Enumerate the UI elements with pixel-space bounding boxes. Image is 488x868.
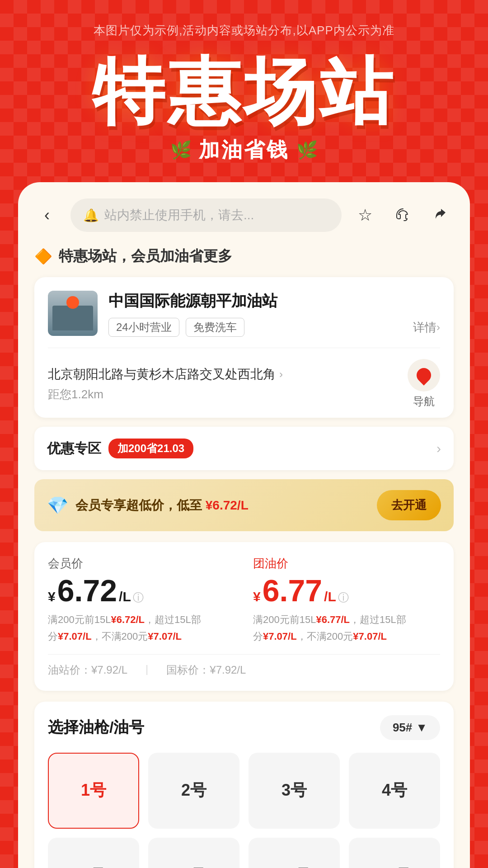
divider: |	[145, 663, 148, 677]
promo-badge-row: 🔶 特惠场站，会员加油省更多	[34, 246, 454, 266]
member-price-symbol: ¥	[48, 589, 56, 604]
group-price-unit: /L	[324, 589, 336, 604]
member-cta-button[interactable]: 去开通	[377, 490, 441, 520]
pricing-note: 油站价：¥7.92/L | 国标价：¥7.92/L	[48, 654, 440, 677]
group-info-icon[interactable]: ⓘ	[338, 590, 349, 605]
icon-row: ☆	[352, 203, 454, 228]
hero-title: 特惠场站	[0, 52, 488, 132]
star-button[interactable]: ☆	[352, 203, 378, 228]
member-price-unit: /L	[119, 589, 131, 604]
detail-label: 详情	[413, 320, 436, 335]
station-info: 中国国际能源朝平加油站 24小时营业 免费洗车 详情 ›	[108, 291, 440, 337]
discount-chevron-icon: ›	[436, 441, 441, 456]
group-price-col: 团油价 ¥ 6.77 /L ⓘ 满200元前15L¥6.77/L，超过15L部分…	[253, 556, 440, 645]
discount-left: 优惠专区 加200省21.03	[47, 439, 193, 458]
station-header: 中国国际能源朝平加油站 24小时营业 免费洗车 详情 ›	[48, 291, 440, 348]
search-placeholder: 站内禁止使用手机，请去...	[104, 207, 254, 224]
headset-button[interactable]	[390, 203, 416, 228]
gun-item-18[interactable]: 18号	[349, 838, 440, 868]
member-banner-price: ¥6.72/L	[206, 498, 249, 512]
share-button[interactable]	[428, 203, 454, 228]
pricing-section: 会员价 ¥ 6.72 /L ⓘ 满200元前15L¥6.72/L，超过15L部分…	[34, 542, 454, 691]
member-banner-left: 💎 会员专享超低价，低至 ¥6.72/L	[47, 495, 249, 515]
pricing-row: 会员价 ¥ 6.72 /L ⓘ 满200元前15L¥6.72/L，超过15L部分…	[48, 556, 440, 645]
gun-item-6[interactable]: 6号	[148, 838, 239, 868]
tag-hours: 24小时营业	[108, 318, 179, 337]
hero-subtitle: 🌿 加油省钱 🌿	[0, 136, 488, 164]
member-price-detail: 满200元前15L¥6.72/L，超过15L部分¥7.07/L，不满200元¥7…	[48, 611, 235, 645]
member-price-value: 6.72	[57, 575, 117, 606]
tag-wash: 免费洗车	[186, 318, 244, 337]
national-price-note: 国标价：¥7.92/L	[166, 663, 246, 677]
page-wrapper: 本图片仅为示例,活动内容或场站分布,以APP内公示为准 特惠场站 🌿 加油省钱 …	[0, 0, 488, 868]
gun-item-3[interactable]: 3号	[249, 753, 340, 829]
station-thumb-inner	[48, 291, 98, 336]
member-price-type: 会员价	[48, 556, 235, 571]
group-price-main: ¥ 6.77 /L ⓘ	[253, 575, 440, 606]
gun-item-1[interactable]: 1号	[48, 753, 139, 829]
station-price-note: 油站价：¥7.92/L	[48, 663, 127, 677]
member-banner-text: 会员专享超低价，低至 ¥6.72/L	[75, 497, 249, 514]
main-card: ‹ 🔔 站内禁止使用手机，请去... ☆	[18, 182, 470, 868]
map-pin-icon	[413, 365, 434, 385]
disclaimer-text: 本图片仅为示例,活动内容或场站分布,以APP内公示为准	[94, 24, 394, 37]
group-price-detail: 满200元前15L¥6.77/L，超过15L部分¥7.07/L，不满200元¥7…	[253, 611, 440, 645]
distance-text: 距您1.2km	[48, 387, 283, 402]
group-price-type: 团油价	[253, 556, 440, 571]
top-disclaimer: 本图片仅为示例,活动内容或场站分布,以APP内公示为准	[0, 0, 488, 38]
nav-label: 导航	[413, 394, 435, 409]
leaf-right-icon: 🌿	[296, 140, 318, 160]
station-detail-button[interactable]: 详情 ›	[413, 320, 440, 335]
group-price-value: 6.77	[263, 575, 322, 606]
member-banner: 💎 会员专享超低价，低至 ¥6.72/L 去开通	[34, 479, 454, 531]
discount-zone[interactable]: 优惠专区 加200省21.03 ›	[34, 427, 454, 470]
member-price-main: ¥ 6.72 /L ⓘ	[48, 575, 235, 606]
address-value: 北京朝阳北路与黄杉木店路交叉处西北角	[48, 366, 276, 383]
chevron-right-icon: ›	[436, 321, 440, 334]
promo-badge-text: 特惠场站，会员加油省更多	[59, 246, 232, 266]
address-row: 北京朝阳北路与黄杉木店路交叉处西北角 › 距您1.2km 导航	[48, 348, 440, 418]
fuel-type-label: 95#	[393, 721, 412, 735]
diamond-icon: 💎	[47, 495, 68, 515]
heart-diamond-icon: 🔶	[34, 248, 52, 265]
gun-header: 选择油枪/油号 95# ▼	[48, 715, 440, 740]
gun-selector: 选择油枪/油号 95# ▼ 1号 2号 3号 4号 5号 6号 17号 18号	[34, 702, 454, 868]
gun-item-5[interactable]: 5号	[48, 838, 139, 868]
member-text-label: 会员专享超低价，低至	[75, 498, 202, 512]
address-text[interactable]: 北京朝阳北路与黄杉木店路交叉处西北角 ›	[48, 366, 283, 383]
station-card: 中国国际能源朝平加油站 24小时营业 免费洗车 详情 ›	[34, 277, 454, 418]
hero-section: 特惠场站 🌿 加油省钱 🌿	[0, 38, 488, 182]
search-bar[interactable]: 🔔 站内禁止使用手机，请去...	[70, 198, 342, 232]
nav-button[interactable]: 导航	[408, 359, 440, 409]
chevron-down-icon: ▼	[416, 721, 427, 735]
fuel-type-button[interactable]: 95# ▼	[380, 715, 440, 740]
nav-icon	[408, 359, 440, 392]
gun-title: 选择油枪/油号	[48, 717, 144, 738]
address-left: 北京朝阳北路与黄杉木店路交叉处西北角 › 距您1.2km	[48, 366, 283, 402]
member-info-icon[interactable]: ⓘ	[133, 590, 144, 605]
leaf-left-icon: 🌿	[170, 140, 192, 160]
station-thumbnail	[48, 291, 98, 336]
gun-grid: 1号 2号 3号 4号 5号 6号 17号 18号	[48, 753, 440, 868]
gun-item-2[interactable]: 2号	[148, 753, 239, 829]
address-chevron-icon: ›	[279, 368, 283, 381]
station-tags: 24小时营业 免费洗车	[108, 318, 244, 337]
discount-badge: 加200省21.03	[108, 439, 193, 458]
back-button[interactable]: ‹	[34, 203, 60, 228]
gun-item-17[interactable]: 17号	[249, 838, 340, 868]
discount-label: 优惠专区	[47, 439, 101, 458]
hero-subtitle-text: 加油省钱	[199, 136, 289, 164]
gun-item-4[interactable]: 4号	[349, 753, 440, 829]
member-price-col: 会员价 ¥ 6.72 /L ⓘ 满200元前15L¥6.72/L，超过15L部分…	[48, 556, 235, 645]
group-price-symbol: ¥	[253, 589, 261, 604]
station-name: 中国国际能源朝平加油站	[108, 291, 440, 311]
search-row: ‹ 🔔 站内禁止使用手机，请去... ☆	[34, 198, 454, 232]
bell-icon: 🔔	[83, 208, 99, 223]
